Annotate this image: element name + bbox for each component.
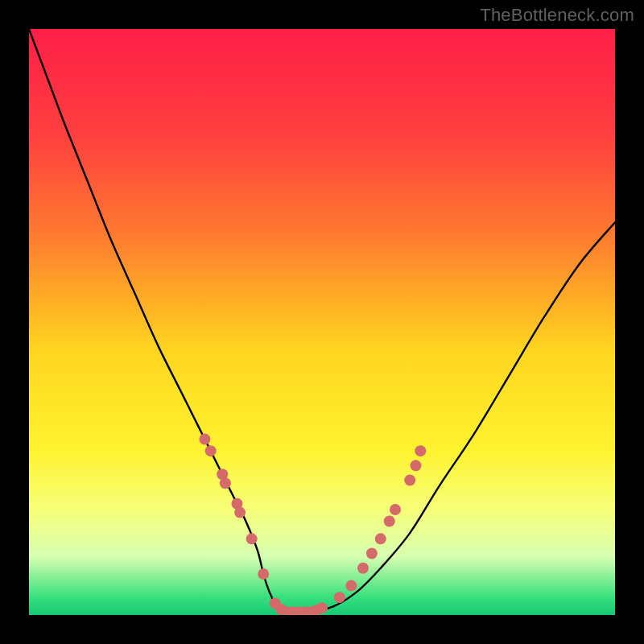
curve-marker [316, 602, 328, 613]
curve-marker [410, 460, 421, 471]
curve-marker [415, 445, 426, 456]
curve-marker [345, 580, 357, 592]
watermark-text: TheBottleneck.com [480, 5, 634, 26]
gradient-background [29, 29, 615, 615]
curve-marker [390, 504, 401, 515]
curve-marker [199, 434, 210, 445]
curve-marker [220, 477, 231, 489]
chart-frame: TheBottleneck.com [0, 0, 644, 644]
plot-area [29, 29, 615, 615]
chart-svg [29, 29, 615, 615]
curve-marker [205, 445, 217, 456]
curve-marker [258, 568, 269, 580]
curve-marker [234, 507, 246, 518]
curve-marker [357, 563, 369, 574]
curve-marker [366, 548, 378, 559]
curve-marker [404, 475, 415, 486]
curve-marker [384, 516, 395, 527]
curve-marker [375, 533, 386, 544]
curve-marker [246, 533, 258, 544]
curve-marker [334, 592, 345, 603]
